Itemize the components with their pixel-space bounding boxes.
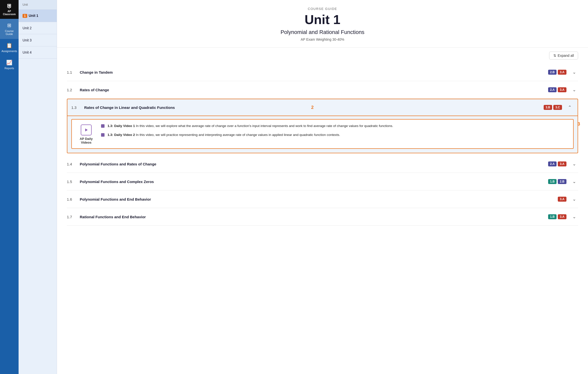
lesson-badges-1-2: 2.A 3.A [548,87,566,92]
ap-daily-section: 3 AP Daily Videos [71,119,574,149]
ap-daily-label: AP Daily Videos [76,137,96,144]
lesson-title-1-2: Rates of Change [80,88,544,92]
video-desc-2: In this video, we will practice represen… [136,133,340,137]
lesson-title-1-4: Polynomial Functions and Rates of Change [80,162,544,166]
badge-3a-1-1: 3.A [558,70,566,75]
expand-all-button[interactable]: ⇅ Expand all [549,52,578,60]
badge-1b-1-7: 1.B [548,214,557,219]
expand-lesson-1-7[interactable]: ⌄ [570,213,578,220]
video-text-1: 1.3: Daily Video 1 In this video, we wil… [107,124,393,128]
badge-2b-1-5: 2.B [558,179,566,184]
video-item-2: 1.3: Daily Video 2 In this video, we wil… [101,132,569,137]
badge-3a-1-4: 3.A [558,161,566,166]
badge-2a-1-2: 2.A [548,87,557,92]
assignments-icon: 📋 [6,42,12,48]
badge-3a-1-7: 3.A [558,214,566,219]
video-list: 1.3: Daily Video 1 In this video, we wil… [101,124,569,138]
unit-title: Unit 1 [72,12,573,27]
expand-all-row: ⇅ Expand all [67,48,578,63]
expand-lesson-1-2[interactable]: ⌄ [570,86,578,94]
unit-sidebar-header: Unit [19,0,57,10]
lessons-content: ⇅ Expand all 1.1 Change in Tandem 2.B 3.… [57,48,588,226]
course-header: COURSE GUIDE Unit 1 Polynomial and Ratio… [57,0,588,48]
reports-icon: 📈 [6,60,12,65]
badge-2b-1-1: 2.B [548,70,557,75]
lesson-title-1-3: Rates of Change in Linear and Quadratic … [84,105,306,110]
lesson-number-1-2: 1.2 [67,88,76,92]
nav-label-assignments: Assignments [1,50,17,53]
video-bullet-2 [101,133,105,137]
annotation-3: 3 [578,122,580,127]
nav-item-course-guide[interactable]: ⊞ Course Guide [0,19,19,39]
lesson-row-1-1: 1.1 Change in Tandem 2.B 3.A ⌄ [67,63,578,81]
unit-item-4[interactable]: Unit 4 [19,46,57,59]
lesson-row-1-2: 1.2 Rates of Change 2.A 3.A ⌄ [67,81,578,99]
lesson-number-1-7: 1.7 [67,215,76,219]
course-guide-label: COURSE GUIDE [72,7,573,11]
badge-1b-1-5: 1.B [548,179,557,184]
logo-icon: ⛨ [7,3,12,9]
video-desc-1: In this video, we will explore what the … [136,124,393,128]
lesson-section-1-3: 1.3 Rates of Change in Linear and Quadra… [67,99,578,153]
lesson-badges-1-4: 2.A 3.A [548,161,566,166]
lesson-row-1-5: 1.5 Polynomial Functions and Complex Zer… [67,173,578,190]
unit-item-3[interactable]: Unit 3 [19,34,57,46]
lesson-title-1-1: Change in Tandem [80,70,544,74]
expand-all-arrows-icon: ⇅ [553,54,556,58]
collapse-lesson-1-3[interactable]: ⌃ [566,104,574,111]
play-icon [81,125,92,135]
unit-2-label: Unit 2 [23,26,32,30]
lesson-badges-1-6: 3.A [558,197,566,202]
lesson-number-1-4: 1.4 [67,162,76,166]
lesson-title-1-6: Polynomial Functions and End Behavior [80,197,554,201]
lesson-badges-1-3: 3.B 3.C [544,105,562,110]
lesson-expanded-1-3: 3 AP Daily Videos [67,116,578,153]
lesson-badges-1-1: 2.B 3.A [548,70,566,75]
lesson-row-header-1-3: 1.3 Rates of Change in Linear and Quadra… [67,99,578,116]
unit-3-label: Unit 3 [23,38,32,42]
video-text-2: 1.3: Daily Video 2 In this video, we wil… [107,132,340,137]
nav-item-reports[interactable]: 📈 Reports [0,56,19,73]
unit-item-1[interactable]: 1Unit 1 [19,10,57,22]
lesson-row-1-7: 1.7 Rational Functions and End Behavior … [67,208,578,226]
left-navigation: ⛨ AP Classroom ⊞ Course Guide 📋 Assignme… [0,0,19,374]
video-bullet-1 [101,124,105,128]
unit-item-2[interactable]: Unit 2 [19,22,57,34]
logo-text: AP Classroom [1,10,17,16]
expand-lesson-1-1[interactable]: ⌄ [570,68,578,76]
unit-4-label: Unit 4 [23,50,32,54]
nav-item-assignments[interactable]: 📋 Assignments [0,39,19,56]
lesson-badges-1-7: 1.B 3.A [548,214,566,219]
lesson-number-1-3: 1.3 [71,105,80,110]
lesson-number-1-5: 1.5 [67,180,76,184]
unit-weighting: AP Exam Weighting 30-40% [72,37,573,41]
badge-2a-1-4: 2.A [548,161,557,166]
badge-3a-1-2: 3.A [558,87,566,92]
badge-3c-1-3: 3.C [553,105,562,110]
expand-lesson-1-6[interactable]: ⌄ [570,195,578,203]
lesson-number-1-6: 1.6 [67,197,76,201]
annotation-2: 2 [311,105,314,110]
unit-1-badge: 1 [23,14,27,18]
app-logo: ⛨ AP Classroom [0,0,19,19]
badge-3b-1-3: 3.B [544,105,552,110]
expand-all-label: Expand all [558,54,574,58]
nav-label-reports: Reports [4,67,14,70]
lesson-number-1-1: 1.1 [67,70,76,74]
course-guide-icon: ⊞ [7,22,11,28]
video-icon-container: AP Daily Videos [76,124,96,144]
video-item-1: 1.3: Daily Video 1 In this video, we wil… [101,124,569,128]
lesson-badges-1-5: 1.B 2.B [548,179,566,184]
lesson-title-1-7: Rational Functions and End Behavior [80,215,544,219]
expand-lesson-1-4[interactable]: ⌄ [570,160,578,168]
lesson-row-1-4: 1.4 Polynomial Functions and Rates of Ch… [67,155,578,173]
expand-lesson-1-5[interactable]: ⌄ [570,178,578,185]
lesson-title-1-5: Polynomial Functions and Complex Zeros [80,180,544,184]
unit-sidebar: Unit 1Unit 1 Unit 2 Unit 3 Unit 4 [19,0,57,374]
main-content: COURSE GUIDE Unit 1 Polynomial and Ratio… [57,0,588,374]
nav-label-course-guide: Course Guide [1,30,18,35]
lesson-row-1-6: 1.6 Polynomial Functions and End Behavio… [67,190,578,208]
unit-subtitle: Polynomial and Rational Functions [72,29,573,35]
badge-3a-1-6: 3.A [558,197,566,202]
svg-marker-0 [85,128,88,131]
